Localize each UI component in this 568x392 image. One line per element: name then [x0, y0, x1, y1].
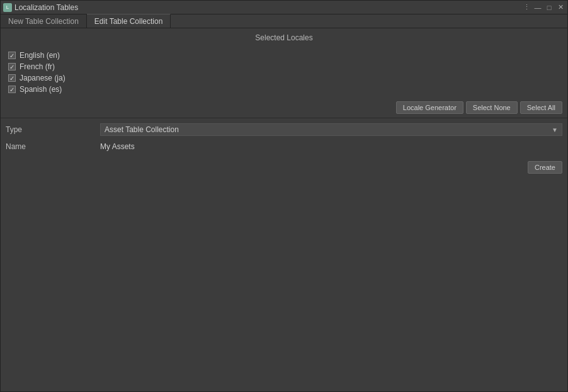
title-bar-left: L Localization Tables [3, 3, 78, 12]
title-bar: L Localization Tables ⋮ — □ ✕ [1, 1, 567, 14]
create-button[interactable]: Create [528, 161, 562, 174]
list-item: French (fr) [6, 61, 562, 72]
type-row: Type Asset Table Collection ▼ [1, 121, 567, 138]
french-checkbox[interactable] [8, 63, 16, 70]
window-title: Localization Tables [14, 3, 78, 12]
minimize-button[interactable]: — [533, 3, 542, 12]
type-select[interactable]: Asset Table Collection ▼ [100, 123, 562, 136]
english-label: English (en) [20, 51, 60, 60]
spanish-checkbox[interactable] [8, 86, 16, 93]
tab-new-table-collection[interactable]: New Table Collection [1, 14, 87, 28]
close-button[interactable]: ✕ [556, 3, 565, 12]
locale-generator-button[interactable]: Locale Generator [396, 101, 463, 114]
locales-list: English (en) French (fr) Japanese (ja) S… [1, 47, 567, 98]
maximize-button[interactable]: □ [545, 3, 554, 12]
french-label: French (fr) [20, 62, 55, 71]
tab-edit-table-collection[interactable]: Edit Table Collection [87, 14, 171, 28]
name-value: My Assets [100, 141, 562, 152]
select-all-button[interactable]: Select All [520, 101, 562, 114]
type-select-value: Asset Table Collection [105, 125, 552, 134]
spanish-label: Spanish (es) [20, 85, 62, 94]
tab-bar: New Table Collection Edit Table Collecti… [1, 14, 567, 28]
title-bar-controls: ⋮ — □ ✕ [522, 3, 565, 12]
english-checkbox[interactable] [8, 52, 16, 59]
content-area: Selected Locales English (en) French (fr… [1, 28, 567, 391]
chevron-down-icon: ▼ [552, 126, 558, 133]
japanese-label: Japanese (ja) [20, 74, 65, 82]
list-item: Japanese (ja) [6, 72, 562, 84]
main-window: L Localization Tables ⋮ — □ ✕ New Table … [0, 0, 568, 392]
name-row: Name My Assets [1, 138, 567, 155]
name-label: Name [6, 142, 100, 151]
japanese-checkbox[interactable] [8, 74, 16, 82]
list-item: English (en) [6, 50, 562, 61]
form-area: Type Asset Table Collection ▼ Name My As… [1, 118, 567, 157]
select-none-button[interactable]: Select None [466, 101, 518, 114]
type-label: Type [6, 125, 100, 134]
menu-button[interactable]: ⋮ [522, 3, 531, 12]
list-item: Spanish (es) [6, 84, 562, 95]
window-icon: L [3, 3, 12, 12]
selected-locales-header: Selected Locales [1, 28, 567, 47]
create-row: Create [1, 157, 567, 177]
locale-buttons-row: Locale Generator Select None Select All [1, 98, 567, 118]
